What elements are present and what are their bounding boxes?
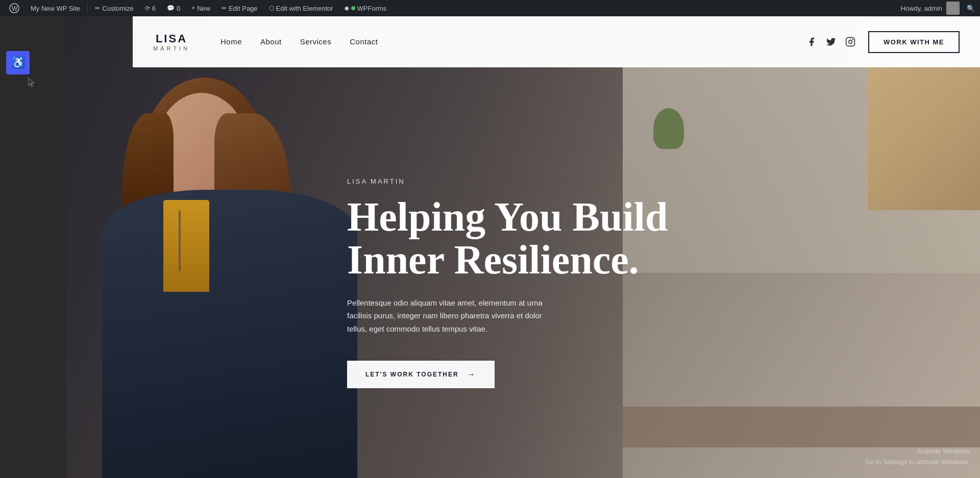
person-shirt [163,200,209,292]
cta-button[interactable]: LET'S WORK TOGETHER → [347,361,495,388]
accessibility-button[interactable]: ♿ [6,51,30,74]
wpforms-status-dot [351,6,355,10]
customize-icon: ✏ [95,5,100,12]
watermark-line2: Go to Settings to activate Windows. [865,457,970,468]
nav-link-services[interactable]: Services [300,37,332,46]
accessibility-icon: ♿ [11,56,25,69]
hero-headline-line2: Inner Resilience. [347,237,639,282]
cta-label: LET'S WORK TOGETHER [365,371,459,378]
hero-headline: Helping You Build Inner Resilience. [347,195,929,281]
nav-link-home[interactable]: Home [220,37,242,46]
cta-arrow: → [467,370,476,379]
facebook-icon[interactable] [806,36,817,47]
edit-page-icon: ✏ [222,5,227,12]
admin-bar-right: Howdy, admin 🔍 [901,2,975,15]
main-nav: Home About Services Contact [220,37,378,46]
navbar: LISA MARTIN Home About Services Contact [133,16,980,67]
svg-point-3 [849,40,852,44]
person-jacket [102,190,357,478]
admin-avatar [946,2,960,15]
admin-bar-comments[interactable]: 💬 0 [163,0,184,16]
nav-item-about[interactable]: About [260,37,282,46]
admin-bar-revisions[interactable]: ⟳ 6 [141,0,160,16]
admin-bar-elementor[interactable]: ⬡ Edit with Elementor [265,0,337,16]
admin-bar-wpforms[interactable]: ⬟ WPForms [340,0,391,16]
hero-subtext: Pellentesque odio aliquam vitae amet, el… [347,296,551,336]
admin-bar-customize[interactable]: ✏ Customize [91,0,137,16]
nav-right: WORK WITH ME [806,31,960,53]
cursor [28,78,34,86]
watermark-line1: Activate Windows [865,446,970,457]
nav-link-contact[interactable]: Contact [350,37,378,46]
search-icon[interactable]: 🔍 [967,5,975,12]
instagram-icon[interactable] [845,36,856,47]
svg-text:W: W [12,5,18,12]
admin-bar-new[interactable]: + New [187,0,214,16]
admin-bar-site-name[interactable]: My New WP Site [27,0,84,16]
svg-point-4 [852,39,853,40]
revisions-icon: ⟳ [145,5,150,12]
nav-link-about[interactable]: About [260,37,282,46]
elementor-icon: ⬡ [269,5,274,12]
nav-item-contact[interactable]: Contact [350,37,378,46]
admin-bar-wp-logo[interactable]: W [5,0,23,16]
admin-bar-edit-page[interactable]: ✏ Edit Page [217,0,261,16]
admin-bar: W My New WP Site ✏ Customize ⟳ 6 💬 0 + N… [0,0,980,16]
svg-marker-5 [28,78,34,87]
nav-item-home[interactable]: Home [220,37,242,46]
work-with-me-button[interactable]: WORK WITH ME [868,31,960,53]
site-logo: LISA MARTIN [153,32,190,52]
site-wrapper: ♿ [0,16,980,478]
hero-person [92,67,368,478]
wpforms-icon: ⬟ [345,6,349,11]
new-icon: + [191,5,195,12]
twitter-icon[interactable] [825,36,837,47]
hero-eyebrow: LISA MARTIN [347,178,929,185]
comments-icon: 💬 [167,5,175,12]
hero-content: LISA MARTIN Helping You Build Inner Resi… [347,67,929,478]
hero-headline-line1: Helping You Build [347,194,668,239]
hero-section: LISA MARTIN Home About Services Contact [66,16,980,478]
person-necklace [179,210,181,271]
social-icons [806,36,856,47]
svg-rect-2 [846,38,855,46]
admin-bar-divider-1 [87,3,88,13]
nav-item-services[interactable]: Services [300,37,332,46]
windows-watermark: Activate Windows Go to Settings to activ… [865,446,970,468]
